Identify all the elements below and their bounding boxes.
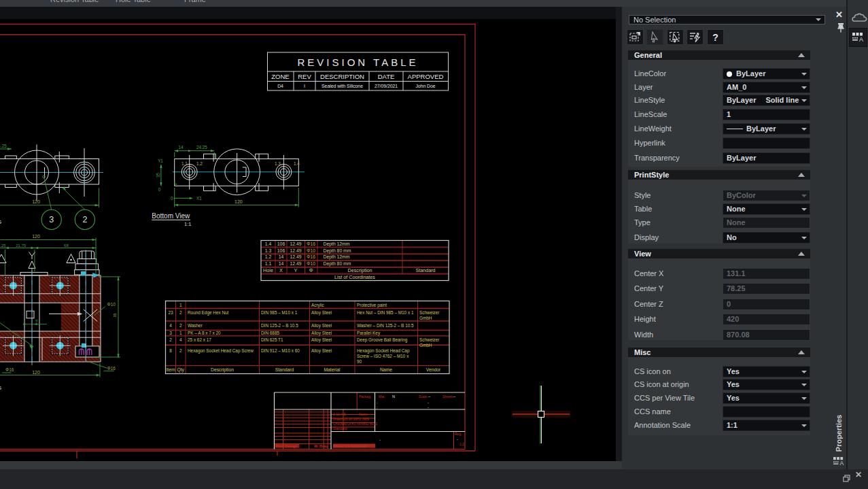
svg-text:G: G [0, 219, 1, 225]
svg-text:3: 3 [169, 331, 172, 335]
svg-text:4: 4 [169, 323, 172, 328]
svg-text:Φ16: Φ16 [307, 241, 315, 246]
svg-text:Φ10: Φ10 [107, 302, 116, 307]
svg-text:Vendor: Vendor [426, 367, 441, 372]
svg-text:Sealed with Silicone: Sealed with Silicone [322, 84, 363, 88]
svg-text:Standard: Standard [275, 367, 294, 372]
svg-text:Screw – ISO 4762 – M10 x: Screw – ISO 4762 – M10 x [357, 354, 409, 358]
svg-text:Name: Name [380, 367, 392, 372]
svg-text:1.2: 1.2 [196, 161, 203, 166]
svg-text:Depth 80 mm: Depth 80 mm [324, 248, 351, 254]
svg-text:1.4: 1.4 [294, 161, 300, 166]
svg-text:DATE: DATE [378, 73, 395, 80]
svg-text:DIN 6885: DIN 6885 [261, 331, 279, 335]
svg-text:1.1: 1.1 [265, 261, 272, 266]
svg-text:A: A [839, 460, 844, 467]
svg-text:Φ16: Φ16 [107, 366, 116, 371]
svg-text:Parallel Key: Parallel Key [357, 331, 381, 336]
svg-text:14: 14 [178, 145, 184, 150]
svg-text:Washer: Washer [188, 323, 203, 328]
svg-text:1.3: 1.3 [265, 248, 272, 253]
svg-text:W. Brau: W. Brau [314, 444, 328, 448]
svg-text:1:2: 1:2 [459, 442, 464, 446]
svg-text:12.49: 12.49 [290, 254, 301, 259]
svg-text:3: 3 [49, 215, 54, 224]
svg-text:ZONE: ZONE [271, 73, 289, 80]
svg-text:Φ: Φ [309, 267, 313, 273]
svg-text:1.3: 1.3 [275, 161, 281, 166]
svg-text:DESCRIPTION: DESCRIPTION [320, 73, 364, 80]
svg-text:21.75: 21.75 [16, 243, 27, 248]
svg-text:1.1: 1.1 [181, 161, 188, 166]
svg-text:12.49: 12.49 [290, 241, 301, 246]
svg-text:8: 8 [169, 348, 172, 353]
svg-text:Deep Groove Ball Bearing: Deep Groove Ball Bearing [357, 337, 408, 343]
svg-text:Sheets: Sheets [442, 394, 453, 399]
svg-text:2: 2 [179, 310, 182, 315]
svg-text:GmbH: GmbH [419, 343, 432, 348]
svg-text:Alloy Steel: Alloy Steel [311, 348, 332, 354]
svg-text:X1: X1 [196, 196, 202, 201]
svg-text:Item: Item [166, 367, 175, 372]
svg-text:Y1: Y1 [158, 158, 163, 163]
svg-text:G: G [0, 385, 1, 391]
svg-text:-: - [379, 438, 381, 442]
svg-text:Hexagon Socket Head Cap Screw: Hexagon Socket Head Cap Screw [188, 348, 254, 354]
svg-text:Alloy Steel: Alloy Steel [311, 337, 332, 343]
svg-text:4: 4 [179, 337, 182, 342]
svg-text:Hex Nut – DIN 985 – M10 x 1: Hex Nut – DIN 985 – M10 x 1 [357, 310, 414, 315]
svg-text:Standard: Standard [415, 267, 435, 273]
svg-text:PK – A 8 x 7 x 20: PK – A 8 x 7 x 20 [188, 331, 221, 335]
svg-text:90: 90 [357, 359, 362, 364]
svg-text:DIN 125-2 – B 10.5: DIN 125-2 – B 10.5 [261, 323, 298, 328]
svg-text:Φ10: Φ10 [307, 261, 315, 266]
svg-text:Name: Name [359, 412, 368, 416]
svg-text:A: A [859, 36, 863, 42]
svg-text:GmbH: GmbH [419, 316, 432, 320]
svg-text:1: 1 [179, 303, 182, 307]
svg-text:Alloy Steel: Alloy Steel [311, 310, 332, 316]
svg-text:I: I [304, 84, 305, 88]
svg-text:68: 68 [64, 243, 69, 248]
svg-text:0: 0 [158, 187, 161, 192]
svg-text:Φ16: Φ16 [5, 367, 14, 372]
svg-text:120: 120 [32, 234, 40, 239]
svg-text:Drawn 23.10.1972 JWS: Drawn 23.10.1972 JWS [333, 417, 369, 421]
svg-text:Alloy Steel: Alloy Steel [311, 323, 332, 328]
svg-text:Φ10: Φ10 [307, 248, 315, 253]
svg-text:2: 2 [82, 215, 87, 224]
svg-text:APPROVED: APPROVED [408, 73, 444, 80]
svg-text:2 10.4 S: 2 10.4 S [333, 412, 346, 416]
svg-text:120: 120 [235, 199, 243, 204]
svg-text:REV: REV [298, 73, 311, 80]
svg-text:12.49: 12.49 [290, 261, 301, 266]
svg-text:120: 120 [32, 199, 40, 204]
svg-text:Schweizer: Schweizer [419, 310, 440, 315]
svg-text:106: 106 [277, 241, 285, 246]
svg-text:-: - [428, 405, 429, 409]
svg-text:Standard: Standard [333, 426, 347, 431]
svg-text:Schweizer: Schweizer [419, 337, 440, 342]
svg-text:4.25: 4.25 [0, 144, 7, 148]
svg-text:1.4: 1.4 [265, 241, 272, 246]
svg-text:Reg.: Reg. [455, 432, 462, 436]
svg-text:-: - [428, 401, 429, 405]
svg-text:REVISION TABLE: REVISION TABLE [298, 56, 419, 68]
svg-text:X: X [279, 267, 283, 273]
svg-text:24.25: 24.25 [196, 145, 207, 150]
svg-text:D4: D4 [277, 84, 283, 88]
svg-text:Description: Description [211, 367, 234, 373]
svg-text:DIN 985 – M10 x 1: DIN 985 – M10 x 1 [261, 310, 298, 315]
svg-text:Round Edge Hex Nut: Round Edge Hex Nut [188, 310, 229, 316]
svg-text:Material: Material [324, 367, 341, 372]
svg-text:Mat.: Mat. [379, 394, 385, 399]
svg-text:John Doe: John Doe [415, 84, 435, 88]
svg-text:DIN 625 T1: DIN 625 T1 [261, 337, 283, 342]
svg-text:Bottom View: Bottom View [152, 212, 190, 220]
svg-text:23: 23 [168, 310, 173, 315]
svg-text:25 x 62 x 17: 25 x 62 x 17 [188, 337, 211, 342]
svg-text:106: 106 [277, 248, 285, 253]
svg-text:Washer – DIN 125-2 – B 10.5: Washer – DIN 125-2 – B 10.5 [357, 323, 414, 328]
svg-text:1:1: 1:1 [184, 221, 191, 227]
svg-text:4.25: 4.25 [0, 243, 6, 248]
